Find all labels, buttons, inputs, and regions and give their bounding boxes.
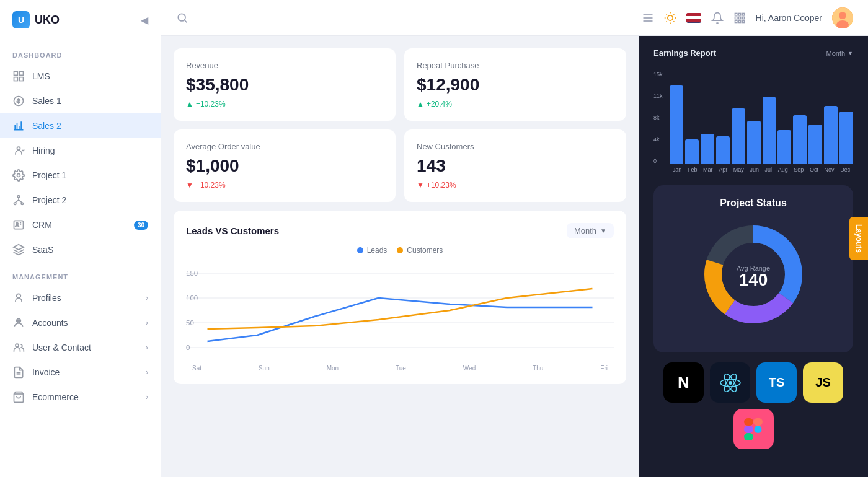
nav-label-accounts: Accounts bbox=[32, 318, 146, 328]
svg-point-11 bbox=[16, 223, 18, 225]
donut-container: Avg Range 140 bbox=[666, 219, 841, 330]
nav-label-sales2: Sales 2 bbox=[32, 121, 148, 131]
svg-rect-35 bbox=[742, 13, 744, 15]
svg-rect-40 bbox=[738, 20, 740, 22]
earnings-chevron-icon: ▼ bbox=[848, 50, 853, 56]
leads-month-selector[interactable]: Month ▼ bbox=[567, 223, 614, 239]
sidebar-item-project1[interactable]: Project 1 bbox=[0, 163, 161, 188]
stat-change-repeat: ▲ +20.4% bbox=[417, 100, 614, 108]
react-icon bbox=[710, 362, 750, 403]
sidebar-item-user-contact[interactable]: User & Contact › bbox=[0, 335, 161, 360]
sidebar-item-ecommerce[interactable]: Ecommerce › bbox=[0, 385, 161, 409]
bars-dark bbox=[670, 71, 853, 164]
logo-mark: U bbox=[12, 11, 30, 28]
sidebar-item-lms[interactable]: LMS bbox=[0, 64, 161, 89]
earnings-dark-title: Earnings Report bbox=[653, 48, 716, 58]
apps-icon[interactable] bbox=[733, 12, 746, 24]
svg-rect-0 bbox=[14, 72, 18, 76]
nav-label-project2: Project 2 bbox=[32, 195, 148, 205]
bag-icon bbox=[12, 391, 25, 403]
earnings-month-selector[interactable]: Month ▼ bbox=[826, 50, 854, 57]
svg-line-28 bbox=[673, 21, 674, 22]
nav-label-invoice: Invoice bbox=[32, 367, 146, 377]
leads-legend: Leads Customers bbox=[186, 246, 614, 255]
nav-label-ecommerce: Ecommerce bbox=[32, 392, 146, 402]
svg-rect-39 bbox=[735, 20, 737, 22]
svg-point-15 bbox=[17, 320, 19, 322]
bar-aug bbox=[777, 130, 791, 165]
nav-label-crm: CRM bbox=[32, 220, 134, 230]
x-axis-dark: JanFebMarAprMayJunJulAugSepOctNovDec bbox=[653, 167, 853, 173]
nav-label-project1: Project 1 bbox=[32, 170, 148, 180]
stat-card-avg-order: Average Order value $1,000 ▼ +10.23% bbox=[174, 129, 396, 202]
user-greeting: Hi, Aaron Cooper bbox=[756, 13, 822, 23]
user-avatar[interactable] bbox=[832, 7, 853, 28]
sidebar-item-project2[interactable]: Project 2 bbox=[0, 188, 161, 212]
svg-point-43 bbox=[839, 12, 846, 19]
dark-panel: Earnings Report Month ▼ 15k11k8k4k0 bbox=[639, 36, 868, 477]
bar-may bbox=[732, 108, 745, 164]
sun-icon[interactable] bbox=[664, 12, 676, 24]
svg-rect-62 bbox=[753, 418, 763, 426]
menu-icon[interactable] bbox=[642, 12, 654, 24]
dollar-icon bbox=[12, 95, 25, 107]
search-icon[interactable] bbox=[176, 12, 188, 24]
legend-customers-label: Customers bbox=[407, 246, 443, 255]
layouts-tab[interactable]: Layouts bbox=[849, 217, 868, 260]
sidebar-collapse-button[interactable]: ◀ bbox=[141, 14, 148, 26]
flag-icon[interactable] bbox=[686, 13, 701, 23]
svg-rect-61 bbox=[744, 418, 753, 426]
line-chart: 150 100 50 0 bbox=[186, 261, 614, 360]
dashboard-section-title: DASHBOARD bbox=[0, 40, 161, 64]
svg-point-5 bbox=[17, 147, 20, 150]
leads-selector-label: Month bbox=[574, 226, 596, 235]
header-actions: Hi, Aaron Cooper bbox=[642, 7, 853, 28]
sidebar-item-hiring[interactable]: Hiring bbox=[0, 138, 161, 163]
bar-jul bbox=[763, 97, 776, 165]
settings-icon bbox=[12, 169, 25, 182]
svg-line-27 bbox=[666, 14, 666, 14]
invoice-arrow-icon: › bbox=[146, 368, 148, 377]
svg-rect-3 bbox=[20, 77, 24, 81]
leads-chart-title: Leads VS Customers bbox=[186, 225, 279, 236]
svg-text:100: 100 bbox=[186, 295, 198, 302]
sidebar-item-sales2[interactable]: Sales 2 bbox=[0, 113, 161, 138]
hiring-icon bbox=[12, 144, 25, 157]
nextjs-icon: N bbox=[663, 362, 704, 403]
sidebar-item-profiles[interactable]: Profiles › bbox=[0, 286, 161, 310]
bar-jan bbox=[670, 85, 683, 165]
svg-rect-34 bbox=[738, 13, 740, 15]
network-icon bbox=[12, 194, 25, 206]
donut-chart: Avg Range 140 bbox=[698, 219, 809, 330]
bar-feb bbox=[685, 139, 699, 165]
svg-rect-2 bbox=[14, 77, 18, 81]
svg-rect-10 bbox=[14, 221, 24, 229]
nav-label-lms: LMS bbox=[32, 71, 148, 81]
nav-label-user-contact: User & Contact bbox=[32, 343, 146, 352]
stat-change-avg-order: ▼ +10.23% bbox=[186, 181, 383, 190]
svg-point-24 bbox=[667, 15, 672, 20]
sidebar-item-sales1[interactable]: Sales 1 bbox=[0, 89, 161, 113]
y-axis-dark: 15k11k8k4k0 bbox=[653, 71, 667, 164]
donut-value: 140 bbox=[739, 270, 768, 289]
sidebar-item-saas[interactable]: SaaS bbox=[0, 237, 161, 262]
svg-rect-38 bbox=[742, 17, 744, 19]
leads-chevron-icon: ▼ bbox=[600, 227, 606, 234]
leads-dot bbox=[357, 247, 363, 253]
main-content: Hi, Aaron Cooper Revenue $35,800 ▲ +10.2… bbox=[161, 0, 868, 477]
up-arrow-icon2: ▲ bbox=[417, 100, 424, 108]
svg-point-16 bbox=[16, 344, 19, 347]
stat-label-avg-order: Average Order value bbox=[186, 142, 383, 151]
sidebar: U UKO ◀ DASHBOARD LMS Sales 1 Sales 2 Hi… bbox=[0, 0, 161, 477]
sidebar-item-invoice[interactable]: Invoice › bbox=[0, 360, 161, 385]
svg-point-9 bbox=[21, 203, 23, 204]
stat-card-repeat: Repeat Purchase $12,900 ▲ +20.4% bbox=[404, 48, 626, 121]
sidebar-item-crm[interactable]: CRM 30 bbox=[0, 212, 161, 237]
sidebar-item-accounts[interactable]: Accounts › bbox=[0, 310, 161, 335]
nav-label-hiring: Hiring bbox=[32, 146, 148, 155]
svg-line-31 bbox=[666, 21, 666, 22]
bell-icon[interactable] bbox=[711, 12, 724, 24]
bar-oct bbox=[808, 125, 822, 165]
account-icon bbox=[12, 317, 25, 329]
svg-point-60 bbox=[728, 381, 732, 385]
